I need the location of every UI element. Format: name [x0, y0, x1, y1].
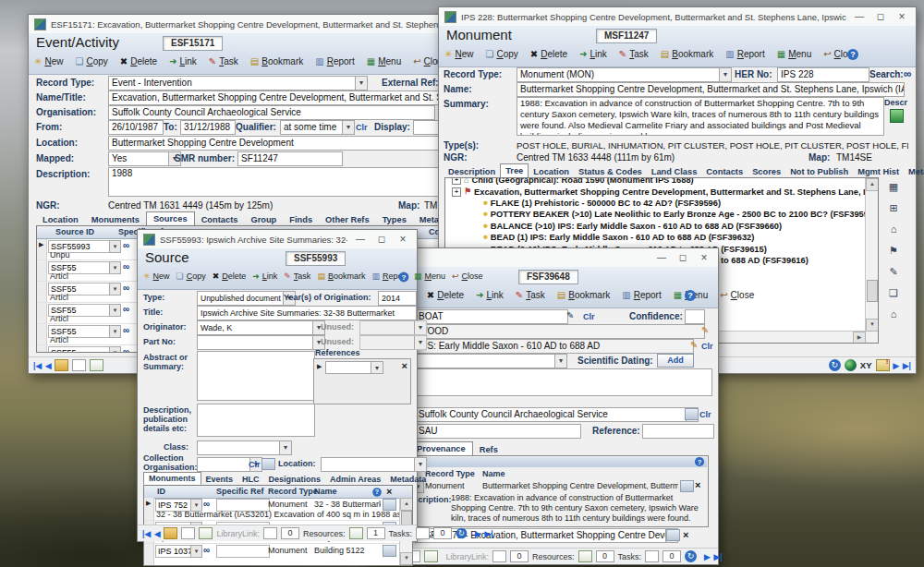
date-range-select[interactable] [415, 354, 567, 368]
toolbar-button[interactable]: ❏Copy [176, 271, 206, 281]
tab[interactable]: Not to Publish [785, 165, 853, 178]
map-globe-icon[interactable] [845, 359, 857, 371]
search-binoculars-icon[interactable]: ∞ [123, 346, 129, 353]
col-record-type[interactable]: Record Type [268, 487, 318, 496]
period-field[interactable]: IPS: Early Middle Saxon - 610 AD to 688 … [415, 339, 694, 354]
find-notes-field[interactable] [415, 368, 712, 396]
scrollbar-thumb[interactable] [867, 280, 878, 302]
tree-vertical-scrollbar[interactable]: ▲ ▼ [865, 178, 878, 343]
lookup-doc-icon[interactable] [680, 480, 694, 492]
tab[interactable]: Location [36, 213, 85, 226]
monument-titlebar[interactable]: IPS 228: Buttermarket Shopping Centre De… [439, 7, 916, 27]
monument-id-cell[interactable]: IPS 1037 [155, 545, 194, 558]
lookup-doc-icon[interactable] [666, 529, 680, 541]
search-binoculars-icon[interactable]: ∞ [123, 261, 129, 272]
close-button[interactable]: × [894, 8, 910, 25]
xy-coordinates-label[interactable]: XY [860, 360, 872, 370]
tree-link-tool-icon[interactable]: ⊞ [886, 201, 901, 214]
tab[interactable]: Metadata [904, 165, 924, 178]
sheet-icon[interactable] [199, 527, 213, 539]
scroll-up-icon[interactable]: ▲ [400, 498, 413, 511]
originator-select[interactable]: Wade, K [197, 320, 325, 335]
from-date-field[interactable]: 26/10/1987 [108, 120, 164, 135]
abstract-field[interactable] [197, 351, 315, 401]
tree-node[interactable]: + ⚑ Excavation, Buttermarket Shopping Ce… [446, 186, 865, 197]
tab[interactable]: Types [376, 213, 413, 226]
toolbar-button[interactable]: ▤Bookmark [557, 290, 610, 300]
scroll-right-icon[interactable]: ▶ [853, 332, 866, 344]
location-field[interactable]: Buttermarket Shopping Centre Development [108, 136, 448, 151]
toolbar-button[interactable]: ✖Delete [120, 56, 157, 66]
table-row[interactable]: ▶ IPS 752 ▾ ∞ Monument 32 - 38 Buttermar… [144, 498, 400, 521]
tab[interactable]: Status & Codes [574, 165, 647, 178]
tab[interactable]: Description [444, 165, 500, 178]
thesaurus-search-icon[interactable]: ✎ [566, 310, 574, 321]
tab[interactable]: Scores [748, 165, 785, 178]
toolbar-button[interactable]: ▦Menu [414, 271, 445, 281]
name-field[interactable]: Buttermarket Shopping Centre Development… [517, 82, 905, 97]
tree-node[interactable]: + ● FLAKE (1) Prehistoric - 500000 BC to… [446, 198, 865, 209]
toolbar-button[interactable]: ▥Report [725, 49, 764, 59]
summary-field[interactable]: 1988: Excavation in advance of construct… [517, 97, 884, 136]
class-select[interactable] [197, 440, 292, 455]
toolbar-button[interactable]: ▤Bookmark [661, 49, 713, 59]
maximize-button[interactable]: ◻ [373, 231, 390, 247]
new-sheet-icon[interactable] [181, 527, 195, 539]
tab[interactable]: Refs [473, 443, 505, 456]
publication-details-field[interactable] [197, 404, 315, 437]
tree-archive-tool-icon[interactable]: ⌂ [886, 308, 901, 320]
nav-next-button[interactable]: ▶ [894, 361, 900, 370]
nav-last-button[interactable]: ▶| [714, 552, 723, 561]
maximize-button[interactable]: ◻ [675, 249, 691, 266]
toolbar-button[interactable]: ✳New [444, 49, 473, 59]
tree-building-tool-icon[interactable]: ⌂ [886, 223, 901, 235]
tab[interactable]: Tree [500, 163, 529, 178]
toolbar-button[interactable]: ▤Bookmark [250, 56, 303, 66]
toolbar-button[interactable]: ✎Task [284, 271, 310, 281]
toolbar-button[interactable]: ✎Task [209, 56, 238, 66]
clr-button[interactable]: Clr [583, 312, 595, 321]
tab[interactable]: Land Class [647, 165, 702, 178]
resource-green-icon[interactable] [890, 109, 904, 123]
expand-icon[interactable]: + [452, 187, 461, 197]
clr-button[interactable]: Clr [249, 460, 261, 469]
mapped-select[interactable]: Yes [108, 151, 181, 166]
help-icon[interactable]: ? [372, 488, 382, 497]
remove-icon[interactable]: × [402, 361, 407, 371]
col-specific-ref[interactable]: Specific Ref [216, 487, 264, 496]
type-select[interactable]: Unpublished document (UD) [197, 291, 296, 306]
nav-last-button[interactable]: ▶| [903, 361, 911, 370]
col-source-id[interactable]: Source ID [55, 227, 94, 236]
tab[interactable]: Group [244, 213, 283, 226]
dropdown-icon[interactable]: ▾ [109, 346, 121, 353]
tab[interactable]: Finds [283, 213, 319, 226]
toolbar-button[interactable]: ✳New [143, 271, 170, 281]
map-sheet-icon[interactable] [876, 359, 890, 371]
organisation-field[interactable]: Suffolk County Council Archaeological Se… [108, 105, 435, 120]
close-button[interactable]: × [395, 231, 411, 247]
help-icon[interactable]: ? [695, 457, 704, 466]
remove-icon[interactable]: × [386, 487, 392, 497]
sheet-icon[interactable] [424, 550, 438, 562]
tab[interactable]: Designations [264, 474, 326, 485]
edit-pencil-icon[interactable]: ✎ [701, 325, 709, 336]
reference-field[interactable] [642, 424, 714, 439]
tree-node[interactable]: + ⌂ Child (Geographical): Road 1590 (Mon… [446, 177, 865, 186]
toolbar-button[interactable]: ▦Menu [777, 49, 811, 59]
search-binoculars-icon[interactable]: ∞ [123, 240, 129, 251]
edit-pencil-icon[interactable]: ✎ [690, 340, 698, 351]
tree-node[interactable]: + ● POTTERY BEAKER (>10) Late Neolithic … [446, 209, 865, 220]
folder-icon[interactable] [164, 527, 177, 539]
tree-node[interactable]: + ● BEAD (1) IPS: Early Middle Saxon - 6… [446, 232, 865, 243]
close-button[interactable]: × [696, 249, 712, 266]
nav-first-button[interactable]: |◀ [142, 529, 151, 538]
to-date-field[interactable]: 31/12/1988 [180, 120, 236, 135]
table-row[interactable]: ▶ IPS 1037 ▾ ∞ Monument Building 5122 [144, 544, 400, 566]
nav-first-button[interactable]: |◀ [33, 361, 42, 370]
clr-button[interactable]: Clr [701, 342, 713, 351]
tab[interactable]: Mgmt Hist [853, 165, 904, 178]
confidence-field[interactable] [685, 309, 705, 324]
source-id-cell[interactable]: SSF55 [48, 346, 113, 353]
search-binoculars-icon[interactable]: ∞ [904, 68, 912, 79]
tab[interactable]: HLC [237, 474, 264, 485]
